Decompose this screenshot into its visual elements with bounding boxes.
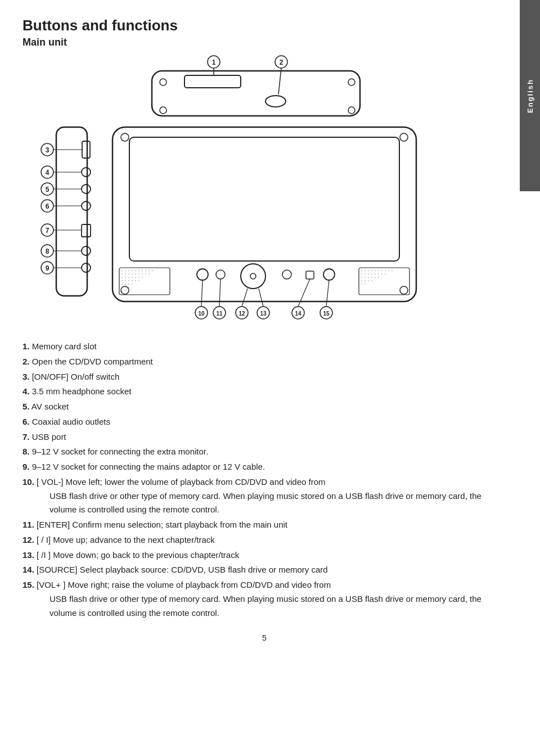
- page-number: 5: [22, 633, 506, 642]
- list-item: 11. [ENTER] Confirm menu selection; star…: [22, 518, 506, 532]
- svg-point-118: [216, 270, 225, 279]
- page-subtitle: Main unit: [22, 37, 506, 48]
- svg-rect-108: [371, 277, 372, 278]
- svg-rect-82: [125, 287, 126, 288]
- svg-point-143: [400, 133, 408, 141]
- svg-text:4: 4: [46, 169, 50, 177]
- svg-rect-95: [388, 270, 389, 271]
- svg-rect-63: [148, 273, 150, 274]
- svg-rect-89: [368, 270, 369, 271]
- list-item: 7. USB port: [22, 430, 506, 444]
- svg-rect-91: [375, 270, 376, 271]
- list-item: 3. [ON/OFF] On/off switch: [22, 370, 506, 384]
- svg-text:8: 8: [46, 248, 50, 255]
- svg-line-132: [242, 289, 248, 307]
- list-item: 2. Open the CD/DVD compartment: [22, 355, 506, 369]
- svg-line-12: [278, 68, 281, 94]
- svg-rect-71: [122, 280, 123, 281]
- svg-rect-74: [132, 280, 133, 281]
- svg-rect-110: [378, 277, 379, 278]
- svg-rect-49: [135, 270, 136, 271]
- diagram-area: 1 2 3: [22, 54, 506, 330]
- svg-rect-50: [138, 270, 140, 271]
- svg-text:12: 12: [238, 310, 245, 317]
- list-item-continuation: USB flash drive or other type of memory …: [22, 592, 506, 620]
- svg-text:7: 7: [46, 227, 50, 235]
- svg-rect-46: [125, 270, 126, 271]
- svg-point-19: [82, 246, 91, 255]
- svg-point-16: [82, 184, 91, 194]
- svg-point-20: [82, 263, 91, 272]
- svg-rect-78: [125, 284, 126, 285]
- list-item: 9. 9–12 V socket for connecting the main…: [22, 460, 506, 474]
- svg-rect-64: [122, 277, 123, 278]
- svg-point-5: [348, 79, 355, 86]
- svg-point-119: [241, 264, 266, 289]
- svg-rect-100: [371, 273, 372, 274]
- svg-rect-115: [361, 284, 362, 285]
- svg-rect-66: [128, 277, 129, 278]
- svg-text:13: 13: [260, 310, 267, 317]
- svg-rect-107: [368, 277, 369, 278]
- svg-rect-116: [364, 284, 366, 285]
- svg-rect-54: [152, 270, 153, 271]
- svg-rect-61: [142, 273, 143, 274]
- list-item-continuation: USB flash drive or other type of memory …: [22, 489, 506, 518]
- svg-point-17: [82, 201, 91, 210]
- svg-text:5: 5: [46, 186, 50, 194]
- svg-rect-44: [119, 268, 170, 295]
- page-container: English Buttons and functions Main unit …: [0, 0, 540, 756]
- svg-rect-43: [129, 137, 399, 261]
- list-item: 4. 3.5 mm headphone socket: [22, 385, 506, 399]
- svg-rect-90: [371, 270, 372, 271]
- svg-rect-1: [184, 75, 241, 88]
- svg-text:6: 6: [46, 202, 50, 210]
- svg-rect-97: [361, 273, 362, 274]
- svg-rect-75: [135, 280, 136, 281]
- svg-rect-60: [138, 273, 140, 274]
- sidebar-label: English: [526, 79, 534, 113]
- svg-rect-56: [125, 273, 126, 274]
- svg-rect-103: [381, 273, 382, 274]
- svg-point-15: [82, 168, 91, 177]
- svg-point-3: [160, 79, 166, 86]
- list-item: 1. Memory card slot: [22, 340, 506, 354]
- svg-rect-113: [368, 280, 369, 281]
- svg-line-129: [219, 279, 220, 307]
- svg-point-142: [121, 133, 129, 141]
- svg-rect-109: [375, 277, 376, 278]
- svg-point-120: [250, 273, 256, 279]
- svg-text:11: 11: [216, 310, 223, 317]
- svg-point-117: [197, 269, 208, 280]
- svg-rect-122: [306, 271, 314, 279]
- svg-text:9: 9: [46, 264, 50, 272]
- list-item: 8. 9–12 V socket for connecting the extr…: [22, 445, 506, 459]
- svg-rect-94: [385, 270, 386, 271]
- svg-rect-114: [371, 280, 372, 281]
- svg-rect-67: [132, 277, 133, 278]
- svg-rect-105: [361, 277, 362, 278]
- svg-rect-53: [148, 270, 150, 271]
- svg-rect-42: [112, 127, 416, 302]
- svg-rect-45: [122, 270, 123, 271]
- svg-text:10: 10: [198, 310, 205, 317]
- svg-rect-87: [361, 270, 362, 271]
- svg-rect-58: [132, 273, 133, 274]
- svg-text:2: 2: [280, 58, 284, 66]
- svg-line-138: [298, 279, 310, 307]
- list-item: 15. [VOL+ ] Move right; raise the volume…: [22, 578, 506, 592]
- svg-point-121: [282, 270, 291, 279]
- list-item: 10. [ VOL-] Move left; lower the volume …: [22, 475, 506, 489]
- svg-rect-96: [392, 270, 393, 271]
- list-item: 5. AV socket: [22, 400, 506, 414]
- list-item: 14. [SOURCE] Select playback source: CD/…: [22, 563, 506, 577]
- svg-rect-55: [122, 273, 123, 274]
- svg-point-6: [348, 107, 355, 114]
- svg-rect-48: [132, 270, 133, 271]
- svg-rect-86: [359, 268, 410, 295]
- svg-rect-102: [378, 273, 379, 274]
- svg-rect-98: [364, 273, 366, 274]
- svg-rect-69: [138, 277, 140, 278]
- svg-rect-76: [138, 280, 140, 281]
- list-item: 13. [ /I ] Move down; go back to the pre…: [22, 548, 506, 562]
